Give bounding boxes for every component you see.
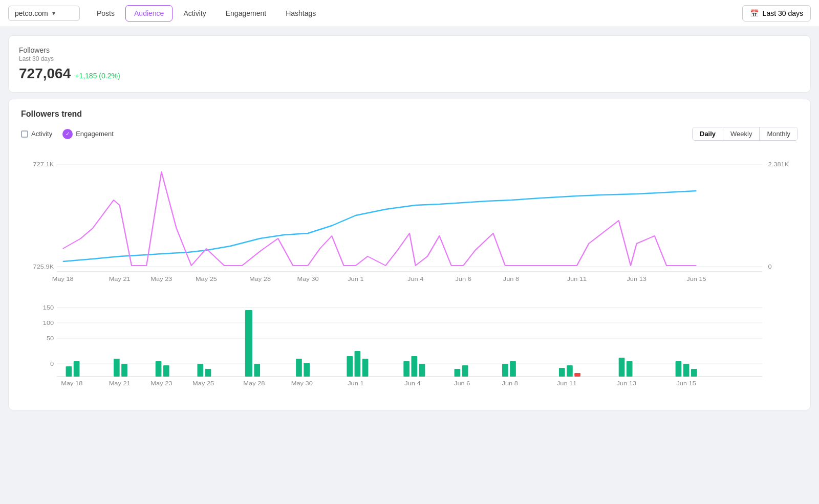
- svg-text:50: 50: [47, 335, 54, 342]
- bar: [455, 369, 461, 377]
- bar: [114, 359, 120, 377]
- bar: [74, 361, 80, 377]
- chart-title: Followers trend: [21, 109, 798, 119]
- svg-text:May 28: May 28: [243, 380, 265, 387]
- bar: [676, 361, 682, 377]
- bar: [412, 356, 418, 377]
- calendar-icon: 📅: [750, 9, 759, 17]
- line-chart-svg: 727.1K 725.9K 2.381K 0 May 18 May 21 May…: [21, 149, 798, 292]
- bar: [66, 366, 72, 377]
- bar: [121, 364, 127, 377]
- bar-red: [574, 373, 580, 377]
- tab-posts[interactable]: Posts: [88, 5, 123, 21]
- svg-text:725.9K: 725.9K: [33, 264, 54, 270]
- followers-count: 727,064: [19, 65, 71, 82]
- bar: [403, 361, 410, 377]
- svg-text:Jun 15: Jun 15: [676, 380, 696, 387]
- followers-change: +1,185 (0.2%): [75, 72, 120, 80]
- period-buttons: Daily Weekly Monthly: [692, 127, 798, 141]
- engagement-legend-circle: ✓: [62, 129, 73, 139]
- engagement-line: [63, 172, 697, 266]
- svg-text:100: 100: [43, 320, 54, 326]
- bar: [205, 369, 211, 377]
- engagement-legend-label: Engagement: [76, 130, 114, 138]
- top-nav: petco.com ▾ Posts Audience Activity Enga…: [0, 0, 819, 27]
- svg-text:2.381K: 2.381K: [768, 161, 789, 168]
- legend-items: Activity ✓ Engagement: [21, 129, 114, 139]
- chart-controls: Activity ✓ Engagement Daily Weekly Month…: [21, 127, 798, 141]
- activity-legend-box: [21, 130, 28, 138]
- bar: [619, 358, 625, 377]
- tab-activity[interactable]: Activity: [175, 5, 214, 21]
- tab-hashtags[interactable]: Hashtags: [277, 5, 325, 21]
- daily-period-button[interactable]: Daily: [693, 127, 723, 140]
- legend-activity: Activity: [21, 130, 52, 138]
- followers-line: [63, 191, 697, 261]
- svg-text:Jun 4: Jun 4: [404, 380, 421, 387]
- svg-text:May 25: May 25: [192, 380, 214, 387]
- svg-text:May 23: May 23: [150, 276, 172, 282]
- bar: [691, 369, 697, 377]
- svg-text:Jun 6: Jun 6: [455, 276, 471, 282]
- bar: [197, 364, 203, 377]
- svg-text:May 23: May 23: [150, 380, 172, 387]
- weekly-period-button[interactable]: Weekly: [723, 127, 760, 140]
- bar: [245, 310, 252, 377]
- svg-text:Jun 4: Jun 4: [407, 276, 424, 282]
- bar-chart-container: 150 100 50 0: [21, 297, 798, 400]
- bar-chart-svg: 150 100 50 0: [21, 297, 798, 400]
- monthly-period-button[interactable]: Monthly: [760, 127, 798, 140]
- svg-text:0: 0: [50, 361, 54, 367]
- bar: [502, 364, 508, 377]
- followers-summary-card: Followers Last 30 days 727,064 +1,185 (0…: [8, 35, 811, 93]
- legend-engagement: ✓ Engagement: [62, 129, 114, 139]
- svg-text:May 28: May 28: [249, 276, 271, 282]
- bar: [304, 363, 310, 377]
- svg-text:Jun 6: Jun 6: [454, 380, 470, 387]
- svg-text:May 25: May 25: [196, 276, 217, 282]
- bar: [627, 361, 633, 377]
- svg-text:Jun 11: Jun 11: [567, 276, 587, 282]
- svg-text:May 18: May 18: [52, 276, 74, 282]
- activity-legend-label: Activity: [31, 130, 52, 138]
- svg-text:0: 0: [768, 264, 772, 270]
- bar: [510, 361, 516, 377]
- tab-engagement[interactable]: Engagement: [217, 5, 275, 21]
- followers-trend-card: Followers trend Activity ✓ Engagement Da…: [8, 99, 811, 410]
- svg-text:Jun 11: Jun 11: [557, 380, 577, 387]
- bar: [567, 365, 573, 377]
- bar: [683, 364, 689, 377]
- bar: [355, 351, 361, 377]
- bar: [254, 364, 260, 377]
- svg-text:Jun 8: Jun 8: [502, 380, 518, 387]
- svg-text:Jun 15: Jun 15: [686, 276, 706, 282]
- followers-period: Last 30 days: [19, 55, 800, 62]
- svg-text:May 18: May 18: [61, 380, 82, 387]
- svg-text:Jun 13: Jun 13: [627, 276, 646, 282]
- svg-text:150: 150: [43, 304, 54, 311]
- bar: [462, 365, 468, 377]
- svg-text:May 21: May 21: [109, 276, 131, 282]
- followers-label: Followers: [19, 46, 800, 54]
- followers-count-row: 727,064 +1,185 (0.2%): [19, 65, 800, 82]
- svg-text:May 30: May 30: [297, 276, 318, 282]
- bar: [156, 361, 162, 377]
- domain-label: petco.com: [15, 9, 48, 17]
- svg-text:Jun 1: Jun 1: [348, 276, 364, 282]
- tab-audience[interactable]: Audience: [125, 5, 173, 21]
- svg-text:Jun 13: Jun 13: [617, 380, 637, 387]
- bar: [362, 359, 369, 377]
- bar: [296, 359, 302, 377]
- svg-text:May 30: May 30: [291, 380, 313, 387]
- line-chart-container: 727.1K 725.9K 2.381K 0 May 18 May 21 May…: [21, 149, 798, 292]
- svg-text:Jun 1: Jun 1: [348, 380, 364, 387]
- date-range-button[interactable]: 📅 Last 30 days: [742, 5, 811, 21]
- bar: [347, 356, 353, 377]
- domain-selector[interactable]: petco.com ▾: [8, 6, 80, 21]
- svg-text:Jun 8: Jun 8: [503, 276, 520, 282]
- bar: [559, 368, 565, 377]
- date-range-label: Last 30 days: [763, 9, 803, 17]
- bar: [419, 364, 425, 377]
- chevron-icon: ▾: [52, 10, 73, 17]
- nav-tabs: Posts Audience Activity Engagement Hasht…: [88, 5, 325, 21]
